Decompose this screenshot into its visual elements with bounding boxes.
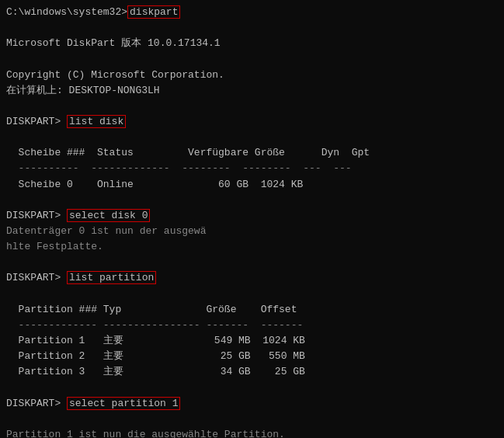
cmd-listpart: list partition bbox=[67, 271, 156, 284]
line-blank6 bbox=[6, 255, 498, 270]
diskpart-prompt-3: DISKPART> bbox=[6, 272, 67, 283]
line-selectpart: DISKPART> select partition 1 bbox=[6, 396, 498, 412]
line-selectdisk: DISKPART> select disk 0 bbox=[6, 208, 498, 224]
table-header: Scheibe ### Status Verfügbare Größe Dyn … bbox=[6, 145, 498, 161]
part-row-3: Partition 3 主要 34 GB 25 GB bbox=[6, 364, 498, 380]
line-path: C:\windows\system32>diskpart bbox=[6, 5, 498, 20]
line-computer: 在计算机上: DESKTOP-NONG3LH bbox=[6, 83, 498, 99]
line-version: Microsoft DiskPart 版本 10.0.17134.1 bbox=[6, 36, 498, 51]
cmd-diskpart: diskpart bbox=[127, 5, 180, 19]
path-prefix: C:\windows\system32> bbox=[6, 6, 127, 18]
line-blank7 bbox=[6, 287, 498, 302]
diskpart-prompt-4: DISKPART> bbox=[6, 398, 67, 409]
line-blank4 bbox=[6, 130, 498, 145]
line-blank5 bbox=[6, 193, 498, 208]
line-blank8 bbox=[6, 380, 498, 395]
terminal-window: C:\windows\system32>diskpart Microsoft D… bbox=[0, 0, 504, 438]
cmd-selectpart: select partition 1 bbox=[67, 397, 180, 410]
line-blank1 bbox=[6, 20, 498, 36]
cmd-listdisk: list disk bbox=[67, 115, 126, 128]
table-separator: ---------- ------------- -------- ------… bbox=[6, 161, 498, 176]
line-listpart: DISKPART> list partition bbox=[6, 270, 498, 286]
selectpart-result: Partition 1 ist nun die ausgewählte Part… bbox=[6, 427, 498, 438]
cmd-selectdisk: select disk 0 bbox=[67, 209, 150, 222]
part-table-sep: ------------- ---------------- ------- -… bbox=[6, 318, 498, 333]
table-row-0: Scheibe 0 Online 60 GB 1024 KB bbox=[6, 177, 498, 193]
selectdisk-result2: hlte Festplatte. bbox=[6, 239, 498, 255]
line-blank3 bbox=[6, 99, 498, 114]
selectdisk-result: Datenträger 0 ist nun der ausgewählte Fe… bbox=[6, 224, 498, 239]
diskpart-prompt-2: DISKPART> bbox=[6, 210, 67, 221]
part-table-header: Partition ### Typ Größe Offset bbox=[6, 302, 498, 318]
part-row-1: Partition 1 主要 549 MB 1024 KB bbox=[6, 333, 498, 349]
line-listdisk: DISKPART> list disk bbox=[6, 114, 498, 130]
diskpart-prompt-1: DISKPART> bbox=[6, 116, 67, 127]
line-copyright: Copyright (C) Microsoft Corporation. bbox=[6, 68, 498, 83]
line-blank2 bbox=[6, 51, 498, 67]
line-blank9 bbox=[6, 412, 498, 427]
part-row-2: Partition 2 主要 25 GB 550 MB bbox=[6, 349, 498, 364]
